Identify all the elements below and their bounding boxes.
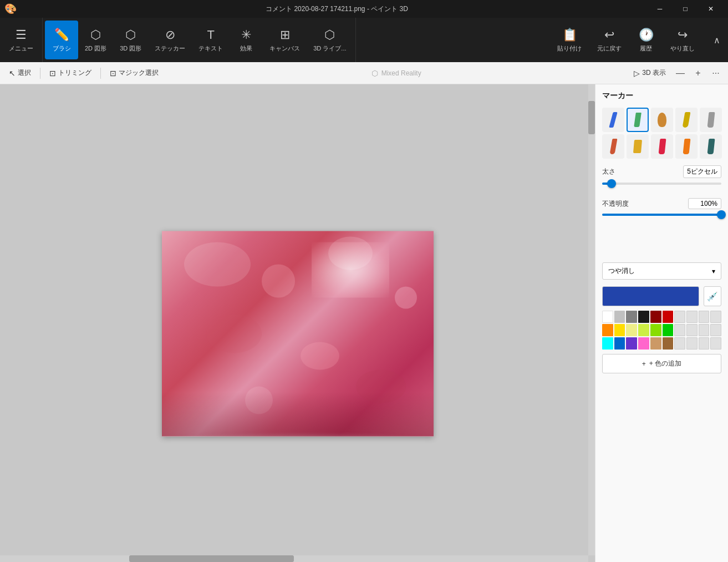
select-button[interactable]: ↖ 選択 (4, 66, 35, 80)
shape2d-icon: ⬡ (90, 28, 101, 42)
effect-button[interactable]: ✳ 効果 (230, 21, 263, 59)
color-empty-4[interactable] (710, 311, 721, 323)
brush-button[interactable]: ✏️ ブラシ (45, 21, 78, 59)
size-slider-thumb[interactable] (607, 179, 616, 188)
maximize-button[interactable]: □ (673, 0, 698, 18)
titlebar-title: コメント 2020-08-27 174211.png - ペイント 3D (27, 4, 647, 14)
canvas-image[interactable] (162, 231, 434, 436)
zoom-in-button[interactable]: + (690, 65, 706, 81)
opacity-slider-track[interactable] (602, 214, 721, 216)
canvas-area[interactable] (0, 84, 595, 562)
brush-marker-orange[interactable] (675, 134, 698, 159)
color-empty-3[interactable] (699, 311, 710, 323)
color-empty-6[interactable] (686, 324, 698, 336)
color-tan[interactable] (650, 337, 661, 350)
sticker-icon: ⊘ (165, 28, 175, 42)
brush-watercolor[interactable] (700, 108, 722, 132)
live3d-button[interactable]: ⬡ 3D ライブ... (307, 21, 353, 59)
subtoolbar: ↖ 選択 ⊡ トリミング ⊡ マジック選択 ⬡ Mixed Reality ▷ … (0, 62, 728, 84)
color-empty-10[interactable] (686, 337, 698, 350)
shape3d-button[interactable]: ⬡ 3D 図形 (113, 21, 148, 59)
color-empty-11[interactable] (699, 337, 710, 350)
color-white[interactable] (602, 311, 613, 323)
paste-icon: 📋 (562, 28, 577, 42)
eyedropper-button[interactable]: 💉 (704, 286, 721, 306)
brush-marker-teal[interactable] (700, 134, 722, 159)
horizontal-scrollbar[interactable] (0, 555, 588, 562)
color-empty-9[interactable] (674, 337, 685, 350)
color-dark-red[interactable] (650, 311, 661, 323)
color-blue[interactable] (614, 337, 625, 350)
live3d-icon: ⬡ (324, 28, 335, 42)
color-empty-12[interactable] (710, 337, 721, 350)
vscroll-thumb[interactable] (588, 101, 595, 134)
opacity-value[interactable]: 100% (688, 198, 721, 209)
main-area: マーカー (0, 84, 728, 562)
history-button[interactable]: 🕐 履歴 (630, 21, 661, 59)
text-icon: T (207, 28, 215, 42)
brush-airbrush[interactable] (651, 108, 673, 132)
finish-label: つや消し (608, 266, 635, 276)
zoom-out-button[interactable]: — (673, 65, 688, 81)
toolbar-right: 📋 貼り付け ↩ 元に戻す 🕐 履歴 ↪ やり直し (546, 18, 706, 62)
menu-button[interactable]: ☰ メニュー (2, 21, 40, 59)
color-pink[interactable] (638, 337, 649, 350)
opacity-label-row: 不透明度 100% (602, 198, 721, 209)
size-value[interactable]: 5ピクセル (683, 165, 721, 178)
effect-icon: ✳ (241, 28, 251, 42)
color-yellow-green[interactable] (638, 324, 649, 336)
sticker-button[interactable]: ⊘ ステッカー (148, 21, 192, 59)
redo-button[interactable]: ↪ やり直し (664, 21, 701, 59)
color-red[interactable] (663, 311, 674, 323)
canvas-icon: ⊞ (280, 28, 290, 42)
collapse-button[interactable]: ∧ (706, 18, 728, 62)
paste-button[interactable]: 📋 貼り付け (551, 21, 588, 59)
color-cyan[interactable] (602, 337, 613, 350)
brush-felt[interactable] (627, 108, 649, 132)
brush-oil[interactable] (675, 108, 698, 132)
color-orange[interactable] (602, 324, 613, 336)
app-icon: 🎨 (4, 3, 27, 15)
view3d-button[interactable]: ▷ 3D 表示 (629, 66, 670, 80)
vertical-scrollbar[interactable] (588, 84, 595, 555)
color-empty-8[interactable] (710, 324, 721, 336)
hscroll-thumb[interactable] (129, 555, 294, 562)
size-slider-track[interactable] (602, 183, 721, 185)
color-empty-7[interactable] (699, 324, 710, 336)
brush-pencil-red[interactable] (602, 134, 624, 159)
brush-highlighter-yellow[interactable] (627, 134, 649, 159)
magic-select-icon: ⊡ (110, 69, 116, 78)
color-empty-5[interactable] (674, 324, 685, 336)
menu-group: ☰ メニュー (0, 18, 43, 62)
size-section: 太さ 5ピクセル (602, 165, 721, 189)
finish-dropdown[interactable]: つや消し ▾ (602, 262, 721, 280)
close-button[interactable]: ✕ (698, 0, 724, 18)
main-color-swatch[interactable] (602, 286, 699, 306)
minimize-button[interactable]: ─ (647, 0, 673, 18)
magic-select-button[interactable]: ⊡ マジック選択 (105, 66, 163, 80)
color-light-yellow[interactable] (626, 324, 637, 336)
color-black[interactable] (638, 311, 649, 323)
color-yellow[interactable] (614, 324, 625, 336)
shape2d-button[interactable]: ⬡ 2D 図形 (78, 21, 113, 59)
color-purple[interactable] (626, 337, 637, 350)
color-bright-green[interactable] (650, 324, 661, 336)
trim-button[interactable]: ⊡ トリミング (45, 66, 96, 80)
mixed-reality-group: ⬡ Mixed Reality (371, 69, 421, 78)
opacity-slider-thumb[interactable] (717, 210, 726, 219)
more-button[interactable]: ··· (708, 65, 724, 81)
add-color-button[interactable]: + + 色の追加 (602, 354, 721, 373)
color-green[interactable] (663, 324, 674, 336)
size-label-row: 太さ 5ピクセル (602, 165, 721, 178)
undo-button[interactable]: ↩ 元に戻す (590, 21, 628, 59)
brush-calligraphy[interactable] (602, 108, 624, 132)
right-panel: マーカー (595, 84, 728, 562)
text-button[interactable]: T テキスト (192, 21, 230, 59)
canvas-button[interactable]: ⊞ キャンバス (263, 21, 307, 59)
color-light-gray[interactable] (614, 311, 625, 323)
color-brown[interactable] (663, 337, 674, 350)
color-empty-1[interactable] (674, 311, 685, 323)
brush-marker-red[interactable] (651, 134, 673, 159)
color-empty-2[interactable] (686, 311, 698, 323)
color-mid-gray[interactable] (626, 311, 637, 323)
